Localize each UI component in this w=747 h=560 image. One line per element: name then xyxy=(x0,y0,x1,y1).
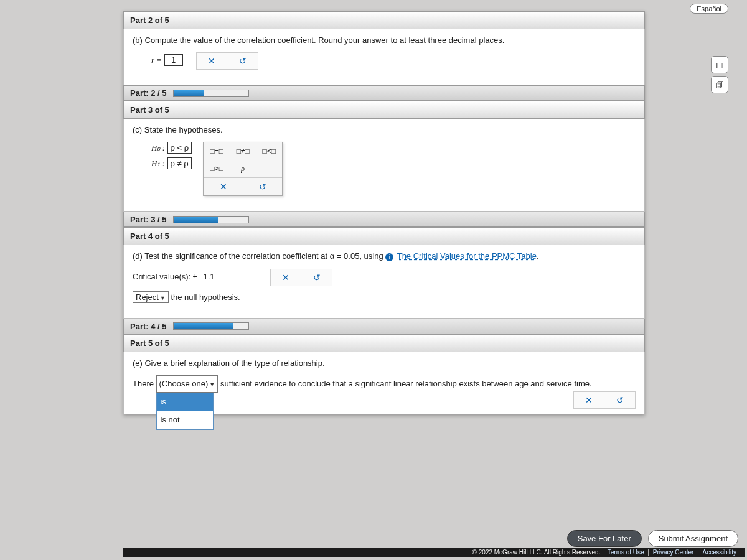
h1-input[interactable]: ρ ≠ ρ xyxy=(167,157,192,169)
r-input[interactable]: 1 xyxy=(164,54,183,66)
reset-icon[interactable]: ↺ xyxy=(237,55,249,67)
h1-label: H₁ : xyxy=(151,159,165,168)
progress-4: Part: 4 / 5 xyxy=(123,319,645,334)
decision-select[interactable]: Reject▼ xyxy=(133,291,169,303)
choose-menu: is is not xyxy=(156,393,214,429)
clear-icon[interactable]: ✕ xyxy=(583,394,595,406)
part5-header: Part 5 of 5 xyxy=(123,334,645,352)
progress-2-label: Part: 2 / 5 xyxy=(130,88,167,98)
part3-header: Part 3 of 5 xyxy=(123,101,645,119)
part5-prompt: (e) Give a brief explanation of the type… xyxy=(133,358,636,368)
privacy-link[interactable]: Privacy Center xyxy=(653,549,694,556)
crit-input[interactable]: 1.1 xyxy=(200,271,218,282)
language-button[interactable]: Español xyxy=(690,4,728,14)
part4-prompt: (d) Test the significance of the correla… xyxy=(133,251,636,261)
r-label: r = xyxy=(151,55,162,65)
ppmc-link[interactable]: The Critical Values for the PPMC Table xyxy=(397,251,537,261)
h0-input[interactable]: ρ < ρ xyxy=(167,142,192,154)
tile-ne[interactable]: □≠□ xyxy=(230,142,256,160)
clear-icon[interactable]: ✕ xyxy=(205,55,218,67)
part3-prompt: (c) State the hypotheses. xyxy=(133,125,636,134)
option-is[interactable]: is xyxy=(157,393,213,411)
progress-3-bar xyxy=(173,216,249,223)
part2-header: Part 2 of 5 xyxy=(123,11,645,29)
symbol-palette: □=□ □≠□ □<□ □>□ ρ ✕ ↺ xyxy=(203,142,283,196)
decision-after: the null hypothesis. xyxy=(171,292,240,302)
save-button[interactable]: Save For Later xyxy=(567,530,642,547)
reset-icon[interactable]: ↺ xyxy=(311,271,323,284)
progress-4-label: Part: 4 / 5 xyxy=(130,322,167,331)
part2-body: (b) Compute the value of the correlation… xyxy=(123,29,645,85)
copyright: © 2022 McGraw Hill LLC. All Rights Reser… xyxy=(123,548,745,557)
sentence-pre: There xyxy=(133,379,156,388)
clear-icon[interactable]: ✕ xyxy=(280,271,292,284)
part2-prompt: (b) Compute the value of the correlation… xyxy=(133,35,636,45)
accessibility-link[interactable]: Accessibility xyxy=(703,549,736,556)
progress-4-bar xyxy=(173,322,249,330)
reset-icon[interactable]: ↺ xyxy=(614,394,626,406)
progress-3-label: Part: 3 / 5 xyxy=(130,215,167,224)
option-is-not[interactable]: is not xyxy=(157,411,213,429)
progress-2-bar xyxy=(173,90,249,97)
submit-button[interactable]: Submit Assignment xyxy=(648,530,738,547)
progress-3: Part: 3 / 5 xyxy=(123,212,645,227)
tile-gt[interactable]: □>□ xyxy=(204,160,230,177)
reset-icon[interactable]: ↺ xyxy=(256,180,269,193)
tile-rho[interactable]: ρ xyxy=(230,160,256,177)
choose-select[interactable]: (Choose one)▼ xyxy=(156,375,218,393)
part5-body: (e) Give a brief explanation of the type… xyxy=(123,352,645,415)
h0-label: H₀ : xyxy=(151,143,165,152)
progress-2: Part: 2 / 5 xyxy=(123,85,645,101)
sentence-post: sufficient evidence to conclude that a s… xyxy=(220,379,592,388)
part4-header: Part 4 of 5 xyxy=(123,227,645,245)
side-tool-b[interactable]: 🗐 xyxy=(711,76,728,93)
info-icon[interactable]: i xyxy=(385,253,393,261)
part3-body: (c) State the hypotheses. H₀ : ρ < ρ H₁ … xyxy=(123,119,645,212)
side-tool-a[interactable]: ⫿⫿ xyxy=(711,56,728,73)
clear-icon[interactable]: ✕ xyxy=(217,180,230,193)
terms-link[interactable]: Terms of Use xyxy=(608,549,644,556)
crit-label: Critical value(s): ± xyxy=(133,272,197,281)
tile-eq[interactable]: □=□ xyxy=(204,142,230,160)
tile-lt[interactable]: □<□ xyxy=(256,142,282,160)
part4-body: (d) Test the significance of the correla… xyxy=(123,245,645,319)
